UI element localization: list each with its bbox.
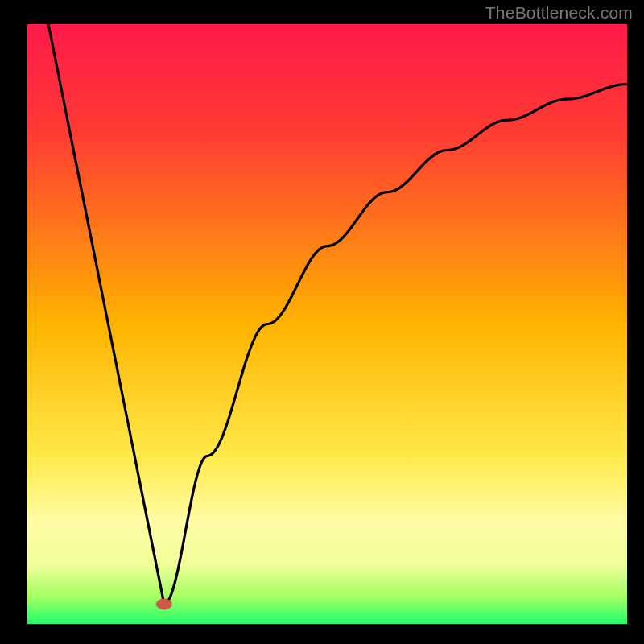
watermark-text: TheBottleneck.com bbox=[485, 3, 633, 23]
chart-canvas bbox=[0, 0, 644, 644]
plot-background bbox=[27, 24, 627, 624]
chart-frame: TheBottleneck.com bbox=[0, 0, 644, 644]
dip-marker bbox=[156, 598, 172, 609]
